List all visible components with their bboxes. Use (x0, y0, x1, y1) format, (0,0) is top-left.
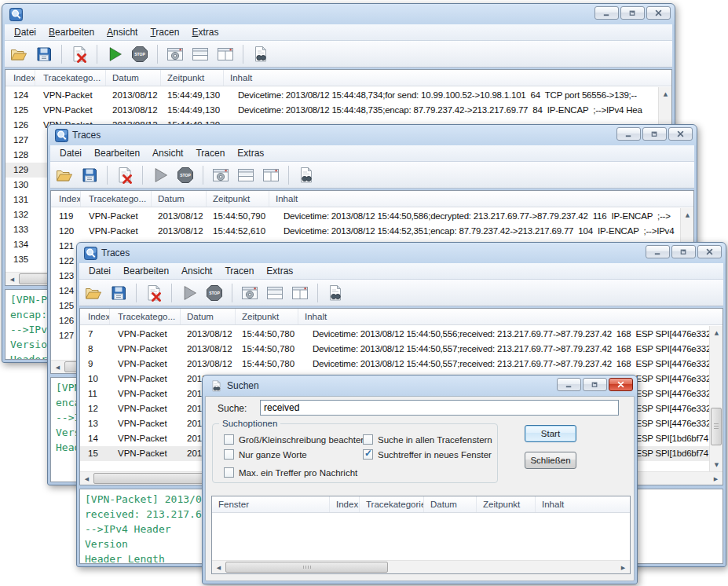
trace-config-button[interactable] (238, 282, 262, 304)
titlebar[interactable]: Traces (79, 243, 723, 263)
stop-trace-button[interactable]: STOP (203, 282, 226, 304)
open-trace-button[interactable] (7, 43, 31, 65)
split-vertical-button[interactable] (214, 43, 237, 65)
column-header[interactable]: Tracekategorie (360, 496, 424, 512)
column-header[interactable]: Index (51, 191, 81, 207)
minimize-button[interactable] (594, 6, 619, 20)
stop-trace-button[interactable]: STOP (128, 43, 152, 65)
split-horizontal-button[interactable] (263, 282, 287, 304)
minimize-button[interactable] (646, 245, 670, 258)
open-trace-button[interactable] (82, 282, 105, 304)
start-button[interactable]: Start (525, 425, 576, 442)
menu-item[interactable]: Tracen (189, 146, 231, 160)
scroll-left-icon[interactable]: ◀ (80, 472, 93, 485)
scroll-down-icon[interactable]: ▼ (710, 458, 723, 471)
start-trace-button[interactable] (148, 164, 172, 186)
column-header[interactable]: Tracekatego... (35, 70, 106, 86)
checkbox-icon[interactable] (363, 434, 373, 445)
scroll-right-icon[interactable]: ▶ (616, 561, 630, 574)
table-row[interactable]: 9 VPN-Packet 2013/08/12 15:44:50,780 Dev… (80, 357, 723, 372)
table-row[interactable]: 120 VPN-Packet 2013/08/12 15:44:52,610 D… (51, 224, 693, 239)
column-header[interactable]: Tracekatego... (81, 191, 152, 207)
horizontal-scrollbar-thumb[interactable] (225, 562, 388, 573)
column-header[interactable]: Zeitpunkt (161, 70, 224, 86)
menu-item[interactable]: Ansicht (175, 264, 218, 278)
scroll-left-icon[interactable]: ◀ (51, 361, 64, 374)
split-horizontal-button[interactable] (234, 164, 258, 186)
menu-item[interactable]: Extras (260, 264, 299, 278)
column-header[interactable]: Zeitpunkt (207, 191, 269, 207)
menu-item[interactable]: Extras (231, 146, 270, 160)
checkbox-icon[interactable] (363, 449, 373, 460)
start-trace-button[interactable] (103, 43, 126, 65)
horizontal-scrollbar[interactable]: ◀ ▶ (212, 560, 630, 573)
stop-trace-button[interactable]: STOP (174, 164, 197, 186)
close-button[interactable] (668, 127, 693, 141)
menu-item[interactable]: Ansicht (146, 146, 189, 160)
clear-trace-button[interactable] (68, 43, 91, 65)
column-header[interactable]: Datum (424, 496, 477, 512)
close-button[interactable] (646, 6, 671, 20)
table-row[interactable]: 8 VPN-Packet 2013/08/12 15:44:50,780 Dev… (80, 342, 723, 357)
scroll-left-icon[interactable]: ◀ (212, 561, 225, 574)
clear-trace-button[interactable] (113, 164, 137, 186)
column-header[interactable]: Zeitpunkt (477, 496, 536, 512)
open-trace-button[interactable] (53, 164, 76, 186)
column-header[interactable]: Datum (106, 70, 161, 86)
start-trace-button[interactable] (177, 282, 201, 304)
checkbox-icon[interactable] (224, 449, 234, 460)
menu-item[interactable]: Datei (53, 146, 88, 160)
minimize-button[interactable] (557, 378, 581, 391)
table-row[interactable]: 7 VPN-Packet 2013/08/12 15:44:50,780 Dev… (80, 327, 723, 342)
table-row[interactable]: 125 VPN-Packet 2013/08/12 15:44:49,130 D… (5, 103, 671, 118)
split-vertical-button[interactable] (259, 164, 283, 186)
trace-config-button[interactable] (163, 43, 187, 65)
titlebar[interactable] (5, 4, 672, 24)
close-button[interactable] (609, 378, 633, 391)
option-whole-words[interactable]: Nur ganze Worte (224, 449, 366, 460)
table-row[interactable]: 124 VPN-Packet 2013/08/12 15:44:49,130 D… (5, 88, 671, 103)
option-case-sensitive[interactable]: Groß/Kleinschreibung beachten (224, 434, 366, 445)
checkbox-icon[interactable] (224, 467, 234, 478)
search-trace-button[interactable] (249, 43, 273, 65)
maximize-button[interactable] (583, 378, 607, 391)
maximize-button[interactable] (671, 245, 696, 258)
search-trace-button[interactable] (294, 164, 318, 186)
scroll-left-icon[interactable]: ◀ (5, 273, 19, 286)
column-header[interactable]: Datum (181, 309, 236, 324)
maximize-button[interactable] (642, 127, 667, 141)
option-results-in-new-window[interactable]: Suchtreffer in neues Fenster (363, 449, 492, 460)
maximize-button[interactable] (620, 6, 645, 20)
menu-item[interactable]: Extras (185, 25, 225, 39)
menu-item[interactable]: Tracen (144, 25, 185, 39)
save-trace-button[interactable] (32, 43, 56, 65)
search-input[interactable] (260, 400, 619, 416)
save-trace-button[interactable] (107, 282, 130, 304)
scroll-up-icon[interactable]: ▲ (710, 326, 723, 339)
menu-item[interactable]: Tracen (218, 264, 260, 278)
scroll-up-icon[interactable]: ▲ (659, 87, 672, 101)
menu-item[interactable]: Bearbeiten (117, 264, 175, 278)
column-header[interactable]: Fenster (212, 496, 330, 512)
table-row[interactable]: 119 VPN-Packet 2013/08/12 15:44:50,790 D… (51, 209, 693, 224)
option-search-all-trace-windows[interactable]: Suche in allen Tracefenstern (363, 434, 492, 445)
save-trace-button[interactable] (78, 164, 101, 186)
split-vertical-button[interactable] (288, 282, 312, 304)
column-header[interactable]: Zeitpunkt (236, 309, 298, 324)
column-header[interactable]: Inhalt (269, 191, 693, 207)
column-header[interactable]: Inhalt (298, 309, 723, 324)
column-header[interactable]: Index (330, 496, 360, 512)
column-header[interactable]: Index (80, 309, 110, 324)
menu-item[interactable]: Ansicht (101, 25, 144, 39)
column-header[interactable]: Tracekatego... (110, 309, 181, 324)
column-header[interactable]: Inhalt (536, 496, 630, 512)
minimize-button[interactable] (616, 127, 641, 141)
menu-item[interactable]: Bearbeiten (88, 146, 146, 160)
split-horizontal-button[interactable] (188, 43, 212, 65)
column-header[interactable]: Datum (152, 191, 207, 207)
column-header[interactable]: Inhalt (224, 70, 671, 86)
scroll-up-icon[interactable]: ▲ (681, 208, 694, 222)
titlebar[interactable]: Traces (50, 125, 694, 145)
trace-config-button[interactable] (209, 164, 232, 186)
search-trace-button[interactable] (324, 282, 347, 304)
